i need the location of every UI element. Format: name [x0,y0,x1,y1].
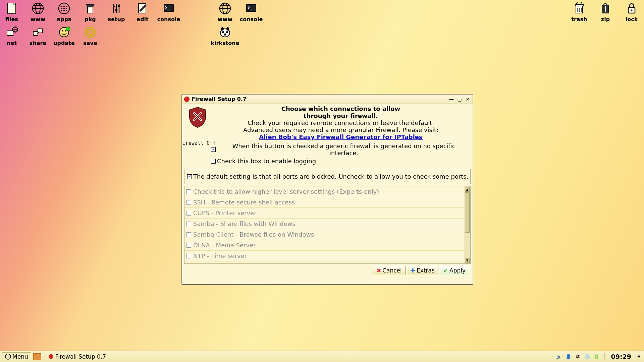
trash-icon [572,1,586,15]
desktop-icons-right: trashziplock [569,1,642,22]
port-item[interactable]: ftp - File transfer protocol [184,261,464,263]
port-label: Samba - Share files with Windows [193,220,296,227]
port-label: CUPS - Printer server [193,209,257,217]
console-icon [162,1,176,15]
svg-rect-5 [8,356,8,357]
apply-button[interactable]: ✔Apply [440,266,469,275]
share-icon [31,25,45,39]
port-item[interactable]: Check this to allow higher level server … [184,186,464,197]
window-title: Firewall Setup 0.7 [192,96,446,102]
heading-line-1: Choose which connections to allow [211,105,471,112]
generic-firewall-checkbox[interactable] [211,147,216,152]
scroll-up-button[interactable]: ▲ [465,187,470,192]
sub-line-1: Check your required remote connections o… [211,119,471,126]
port-checkbox[interactable] [186,200,191,205]
extras-button[interactable]: ✚Extras [407,266,438,275]
pkg-icon [83,1,97,15]
port-label: SSH - Remote secure shell access [193,199,295,206]
tray-disk-icon[interactable]: 💿 [584,354,590,360]
console2-icon [244,1,258,15]
port-item[interactable]: DLNA - Media Server [184,240,464,251]
minimize-button[interactable]: — [448,96,454,102]
task-icon [49,354,53,359]
port-checkbox[interactable] [186,232,191,237]
svg-rect-1 [7,355,7,356]
port-item[interactable]: SSH - Remote secure shell access [184,197,464,208]
port-item[interactable]: NTP - Time server [184,251,464,261]
lock-icon [625,1,639,15]
desktop-icon-pkg[interactable]: pkg [80,1,101,22]
default-ports-checkbox[interactable] [187,174,192,179]
update-icon [57,25,71,39]
task-label: Firewall Setup 0.7 [55,353,106,360]
desktop-icon-zip[interactable]: zip [595,1,616,22]
scroll-down-button[interactable]: ▼ [465,258,470,263]
port-item[interactable]: Samba Client - Browse files on Windows [184,229,464,240]
desktop-icon-label: console [240,16,263,22]
desktop-icon-label: pkg [85,16,96,22]
port-item[interactable]: CUPS - Printer server [184,208,464,219]
desktop-icons-left: fileswwwappspkgsetupeditconsole netshare… [1,1,179,46]
apps-icon [57,1,71,15]
generic-firewall-label: When this button is checked a generic fi… [217,142,471,157]
port-checkbox[interactable] [186,211,191,216]
desktop-icon-console[interactable]: console [158,1,179,22]
port-checkbox[interactable] [186,222,191,226]
tray-tools-icon[interactable]: 🛠 [575,354,581,360]
zip-icon [598,1,612,15]
workspace-pager[interactable] [33,353,41,360]
port-label: Check this to allow higher level server … [193,188,381,195]
firewall-generator-link[interactable]: Alien Bob's Easy Firewall Generator for … [259,133,423,140]
port-checkbox[interactable] [186,189,191,194]
desktop-icon-apps[interactable]: apps [54,1,74,22]
desktop-icon-update[interactable]: update [54,25,74,46]
logging-checkbox[interactable] [211,159,216,164]
close-button[interactable]: ✕ [465,96,471,102]
menu-button[interactable]: Menu [2,352,31,361]
files-icon [5,1,19,15]
shield-icon [188,107,207,128]
desktop-icon-label: apps [57,16,71,22]
svg-rect-7 [7,357,7,358]
port-label: NTP - Time server [193,252,247,259]
taskbar: Menu Firewall Setup 0.7 🔈 👤 🛠 💿 🔋 09:29 … [0,351,644,362]
scrollbar[interactable]: ▲ ▼ [464,186,470,263]
tray-desktop-icon[interactable]: 🖥 [636,354,642,360]
desktop-icon-label: edit [137,16,148,22]
port-checkbox[interactable] [186,243,191,248]
desktop-icon-save[interactable]: save [80,25,101,46]
desktop-icon-net[interactable]: net [1,25,22,46]
www-icon [31,1,45,15]
desktop-icon-trash[interactable]: trash [569,1,590,22]
desktop-icon-www2[interactable]: www [215,1,235,22]
port-item[interactable]: Samba - Share files with Windows [184,219,464,229]
tray-user-icon[interactable]: 👤 [566,354,572,360]
tray-battery-icon[interactable]: 🔋 [594,354,600,360]
cancel-button[interactable]: ✖Cancel [373,266,406,275]
port-checkbox[interactable] [186,254,191,258]
desktop-icon-lock[interactable]: lock [621,1,642,22]
edit-icon [136,1,150,15]
titlebar[interactable]: Firewall Setup 0.7 — ▢ ✕ [182,95,473,104]
svg-rect-9 [9,357,9,358]
scroll-thumb[interactable] [465,192,470,233]
desktop-icon-console2[interactable]: console [241,1,262,22]
desktop-icon-label: share [30,40,46,46]
desktop-icon-kirkstone[interactable]: kirkstone [215,25,235,46]
desktop-icon-edit[interactable]: edit [132,1,153,22]
taskbar-entry-firewall[interactable]: Firewall Setup 0.7 [49,353,106,360]
sub-line-2: Advanced users may need a more granular … [211,126,471,133]
port-label: Samba Client - Browse files on Windows [193,231,314,238]
desktop-icon-www[interactable]: www [28,1,48,22]
desktop-icon-share[interactable]: share [28,25,48,46]
system-tray: 🔈 👤 🛠 💿 🔋 09:29 🖥 [556,353,642,360]
desktop-icon-setup[interactable]: setup [106,1,127,22]
default-ports-label: The default setting is that all ports ar… [193,173,468,180]
port-label: DLNA - Media Server [193,242,256,249]
desktop-icon-label: www [31,16,45,22]
tray-volume-icon[interactable]: 🔈 [556,354,562,360]
clock[interactable]: 09:29 [610,353,633,360]
desktop-icon-files[interactable]: files [1,1,22,22]
maximize-button[interactable]: ▢ [457,96,463,102]
menu-label: Menu [12,353,28,360]
